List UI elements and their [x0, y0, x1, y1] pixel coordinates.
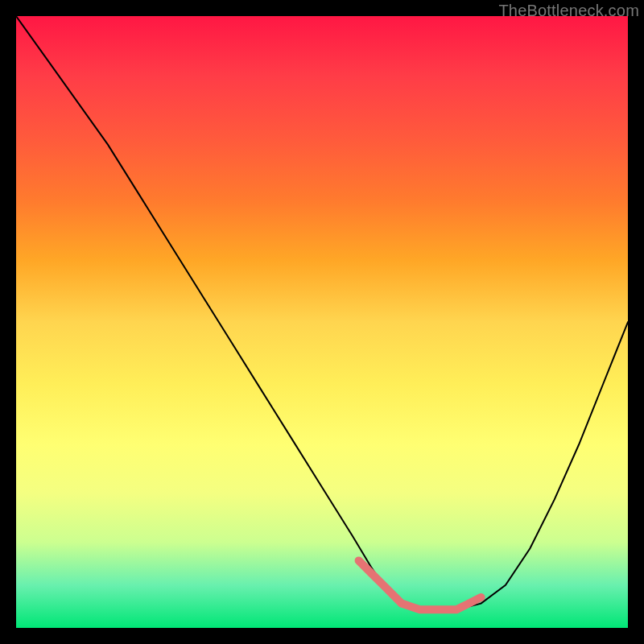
plot-area: [16, 16, 628, 628]
bottleneck-curve: [16, 16, 628, 609]
optimal-range-marker: [359, 560, 481, 609]
chart-container: TheBottleneck.com: [0, 0, 644, 644]
curve-layer: [16, 16, 628, 628]
